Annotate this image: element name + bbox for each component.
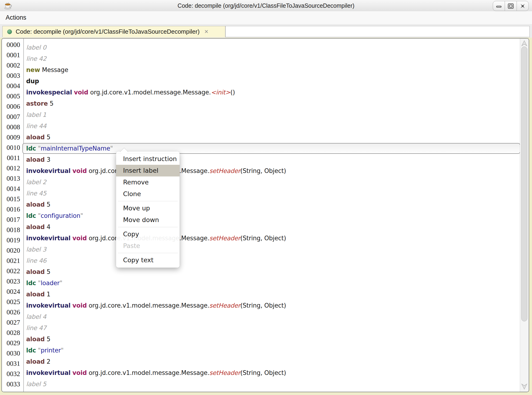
close-button[interactable] xyxy=(516,1,528,11)
bytecode-row[interactable]: label 2 xyxy=(26,176,519,188)
minimize-button[interactable] xyxy=(493,1,505,11)
bytecode-row[interactable]: aload 5 xyxy=(26,334,519,345)
token-meta: line 47 xyxy=(26,324,47,331)
bytecode-row[interactable]: new Message xyxy=(26,64,519,76)
scrollbar-thumb[interactable] xyxy=(521,47,527,321)
context-menu-item-move-down[interactable]: Move down xyxy=(116,214,180,226)
tab-bar: Code: decompile (org/jd/core/v1/ClassFil… xyxy=(0,24,532,38)
bytecode-row[interactable]: aload 2 xyxy=(26,356,519,367)
tab-close-icon[interactable]: ✕ xyxy=(204,29,209,35)
maximize-button[interactable] xyxy=(505,1,516,11)
token-plain: 5 xyxy=(45,336,50,343)
bytecode-row[interactable]: dup xyxy=(26,76,519,87)
token-quote: " xyxy=(36,145,41,152)
context-menu: Insert instructionInsert labelRemoveClon… xyxy=(116,151,180,268)
bytecode-row[interactable]: ldc "configuration" xyxy=(26,210,519,221)
bytecode-row[interactable]: aload 3 xyxy=(26,154,519,165)
context-menu-separator xyxy=(118,227,178,227)
vertical-scrollbar[interactable] xyxy=(520,38,529,392)
token-load: aload xyxy=(26,134,45,141)
token-plain: 5 xyxy=(45,268,50,275)
menu-actions[interactable]: Actions xyxy=(5,11,26,24)
bytecode-row[interactable]: invokevirtual void org.jd.core.v1.model.… xyxy=(26,233,519,244)
context-menu-item-insert-label[interactable]: Insert label xyxy=(116,165,180,176)
window-title: Code: decompile (org/jd/core/v1/ClassFil… xyxy=(0,0,532,11)
bytecode-row[interactable]: aload 1 xyxy=(26,289,519,300)
token-plain: () xyxy=(230,89,235,96)
token-method: setHeader xyxy=(209,369,240,376)
gutter-line-number: 0034 xyxy=(2,390,20,392)
gutter-line-number: 0021 xyxy=(2,257,20,264)
scroll-up-icon[interactable] xyxy=(521,40,527,47)
token-meta: line 42 xyxy=(26,55,47,62)
bytecode-scrollpane: 0000000100020003000400050006000700080009… xyxy=(1,38,529,392)
bytecode-row[interactable]: aload 5 xyxy=(26,266,519,277)
gutter-line-number: 0016 xyxy=(2,205,20,213)
gutter-line-number: 0004 xyxy=(2,82,20,89)
tab-label: Code: decompile (org/jd/core/v1/ClassFil… xyxy=(16,28,200,35)
token-meta: label 2 xyxy=(26,179,46,186)
context-menu-separator xyxy=(118,253,178,253)
token-void: void xyxy=(72,369,87,376)
bytecode-row[interactable]: ldc "mainInternalTypeName" xyxy=(26,143,519,154)
gutter-line-number: 0019 xyxy=(2,236,20,244)
bytecode-row[interactable]: aload 4 xyxy=(26,221,519,233)
menu-bar: Actions xyxy=(0,11,532,24)
bytecode-row[interactable]: label 3 xyxy=(26,244,519,255)
token-meta: label 5 xyxy=(26,380,46,388)
gutter-line-number: 0012 xyxy=(2,164,20,172)
bytecode-row[interactable]: line 45 xyxy=(26,188,519,199)
token-plain: (String, Object) xyxy=(240,235,286,242)
context-menu-item-clone[interactable]: Clone xyxy=(116,188,180,200)
context-menu-item-remove[interactable]: Remove xyxy=(116,176,180,188)
token-plain xyxy=(70,369,72,376)
context-menu-item-copy-text[interactable]: Copy text xyxy=(116,254,180,266)
token-plain: 4 xyxy=(45,224,50,230)
scroll-down-icon[interactable] xyxy=(521,383,527,390)
bytecode-row[interactable]: aload 5 xyxy=(26,199,519,210)
token-str: mainInternalTypeName xyxy=(41,145,110,152)
bytecode-row[interactable]: label 0 xyxy=(26,42,519,53)
token-meta: line 49 xyxy=(26,392,47,392)
bytecode-row[interactable]: invokevirtual void org.jd.core.v1.model.… xyxy=(26,300,519,311)
context-menu-item-insert-instruction[interactable]: Insert instruction xyxy=(116,153,180,165)
bytecode-row[interactable]: ldc "printer" xyxy=(26,345,519,356)
bytecode-row[interactable]: ldc "loader" xyxy=(26,277,519,289)
token-plain: org.jd.core.v1.model.message.Message. xyxy=(88,89,211,96)
bytecode-row[interactable]: aload 5 xyxy=(26,132,519,143)
bytecode-row[interactable]: invokespecial void org.jd.core.v1.model.… xyxy=(26,87,519,98)
bytecode-row[interactable]: line 46 xyxy=(26,255,519,266)
token-meta: label 4 xyxy=(26,313,46,320)
bytecode-row[interactable]: line 47 xyxy=(26,322,519,334)
gutter-line-number: 0025 xyxy=(2,298,20,306)
gutter-line-number: 0013 xyxy=(2,175,20,182)
bytecode-row[interactable]: invokevirtual void org.jd.core.v1.model.… xyxy=(26,165,519,176)
bytecode-row[interactable]: line 49 xyxy=(26,390,519,392)
bytecode-row[interactable]: astore 5 xyxy=(26,98,519,109)
context-menu-item-copy[interactable]: Copy xyxy=(116,228,180,240)
bytecode-row[interactable]: label 5 xyxy=(26,379,519,390)
bytecode-row[interactable]: label 4 xyxy=(26,311,519,322)
gutter-line-number: 0032 xyxy=(2,370,20,378)
token-meta: line 46 xyxy=(26,257,47,264)
gutter-line-number: 0011 xyxy=(2,154,20,161)
gutter-line-number: 0029 xyxy=(2,339,20,347)
context-menu-item-move-up[interactable]: Move up xyxy=(116,203,180,214)
gutter-line-number: 0026 xyxy=(2,308,20,316)
bytecode-row[interactable]: label 1 xyxy=(26,109,519,120)
token-quote: " xyxy=(80,212,83,219)
token-quote: " xyxy=(36,347,41,354)
tab-code-decompile[interactable]: Code: decompile (org/jd/core/v1/ClassFil… xyxy=(2,26,225,37)
token-str: loader xyxy=(41,280,59,286)
gutter-line-number: 0010 xyxy=(2,144,20,151)
bytecode-row[interactable]: line 42 xyxy=(26,53,519,64)
gutter-line-number: 0015 xyxy=(2,195,20,203)
gutter-line-number: 0031 xyxy=(2,360,20,367)
bytecode-row[interactable]: line 44 xyxy=(26,120,519,132)
gutter-line-number: 0018 xyxy=(2,226,20,234)
token-plain: 5 xyxy=(45,201,50,208)
context-menu-separator xyxy=(118,201,178,201)
token-invoke: invokevirtual xyxy=(26,167,70,174)
bytecode-row[interactable]: invokevirtual void org.jd.core.v1.model.… xyxy=(26,367,519,379)
gutter-line-number: 0017 xyxy=(2,216,20,223)
